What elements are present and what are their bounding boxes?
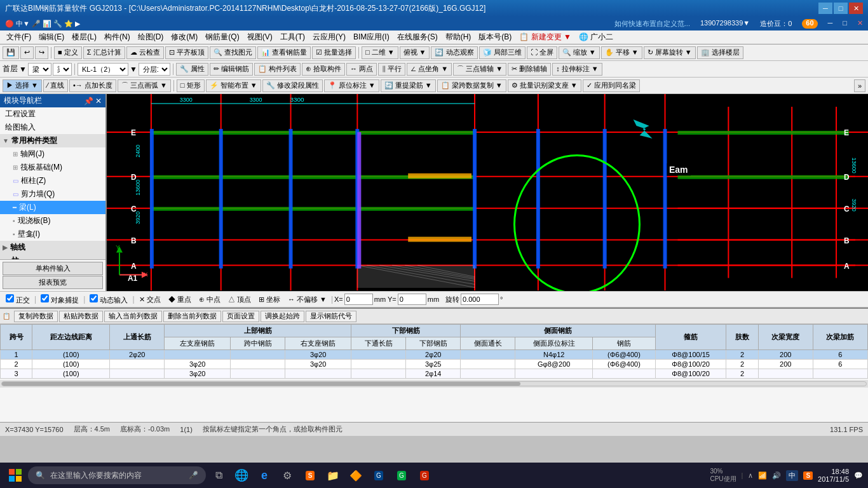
nav-niche[interactable]: ▪ 壁龛(I): [0, 227, 105, 241]
snap-dynamic-check[interactable]: [90, 294, 98, 302]
snap-no-offset[interactable]: ↔ 不偏移 ▼: [285, 294, 330, 306]
snap-midpoint[interactable]: ◆ 重点: [165, 294, 194, 306]
menu-floor[interactable]: 楼层(L): [68, 30, 100, 44]
menu-cloud[interactable]: 云应用(Y): [309, 30, 349, 44]
btn-three-point[interactable]: ⌒ 三点辅轴 ▼: [453, 63, 506, 76]
btn-pick-member[interactable]: ⊕ 拾取构件: [302, 63, 345, 76]
nav-cat-col[interactable]: ▼ 柱: [0, 254, 105, 259]
taskbar-app1[interactable]: G: [369, 465, 389, 485]
btn-property[interactable]: 🔧 属性: [176, 63, 208, 76]
menu-modify[interactable]: 修改(M): [167, 30, 201, 44]
btn-apply-same[interactable]: ✓ 应用到同名梁: [583, 79, 640, 92]
snap-orthogonal[interactable]: 正交: [3, 293, 33, 306]
tb-local-3d[interactable]: 🧊 局部三维: [479, 46, 526, 59]
btn-angle[interactable]: ∠ 点坐角 ▼: [407, 63, 452, 76]
menu-view[interactable]: 视图(V): [243, 30, 276, 44]
taskbar-search[interactable]: 🔍 在这里输入你要搜索的内容 🎤: [28, 466, 206, 484]
tb-cloud-check[interactable]: ☁ 云检查: [126, 46, 164, 59]
btn-del-axis[interactable]: ✂ 删除辅轴: [508, 63, 551, 76]
btn-report[interactable]: 报表预览: [3, 276, 103, 289]
rotate-input[interactable]: [461, 294, 499, 305]
menu-file[interactable]: 文件(F): [3, 30, 35, 44]
taskbar-browser[interactable]: 🌐: [231, 465, 252, 485]
snap-dynamic[interactable]: 动态输入: [86, 293, 131, 306]
tb-undo[interactable]: ↩: [20, 46, 34, 59]
btn-arc[interactable]: ⌒ 三点画弧 ▼: [118, 79, 171, 92]
btn-edit-rebar[interactable]: ✏ 编辑钢筋: [210, 63, 253, 76]
action-center[interactable]: 💬: [854, 471, 863, 480]
taskbar-ie2[interactable]: 🔶: [346, 465, 366, 485]
task-view-button[interactable]: ⧉: [208, 465, 229, 485]
y-input[interactable]: [398, 294, 426, 305]
nav-cast-slab[interactable]: ▪ 现浇板(B): [0, 214, 105, 227]
taskbar-time[interactable]: 18:48 2017/11/5: [818, 468, 849, 483]
tray-network[interactable]: 📶: [758, 471, 767, 480]
btn-single-input[interactable]: 单构件输入: [3, 262, 103, 275]
window-close2[interactable]: ✕: [857, 19, 863, 29]
kl-select[interactable]: KL-1（2）: [78, 63, 128, 76]
tb-top-view[interactable]: 俯视 ▼: [400, 46, 430, 59]
menu-tools[interactable]: 工具(T): [276, 30, 309, 44]
tb-select-floor[interactable]: 🏢 选择楼层: [697, 46, 743, 59]
panel-pin[interactable]: 📌 ✕: [84, 97, 102, 105]
snap-orthogonal-check[interactable]: [6, 294, 14, 302]
btn-two-point[interactable]: ↔ 两点: [346, 63, 377, 76]
btn-modify-seg[interactable]: 🔧 修改梁段属性: [262, 79, 323, 92]
mic-icon[interactable]: 🎤: [189, 471, 198, 480]
tb-fullscreen[interactable]: ⛶ 全屏: [527, 46, 557, 59]
menu-gxe[interactable]: 🌐 广小二: [575, 30, 617, 44]
snap-coord[interactable]: ⊞ 坐标: [255, 294, 283, 306]
member-label-select[interactable]: 梁: [53, 63, 72, 76]
tray-arrow[interactable]: ∧: [748, 471, 753, 480]
tb-define[interactable]: ■ 定义: [54, 46, 82, 59]
taskbar-files[interactable]: 📁: [323, 465, 343, 485]
btn-member-list[interactable]: 📋 构件列表: [254, 63, 301, 76]
member-type-select[interactable]: 梁: [28, 63, 51, 76]
tb-sum[interactable]: Σ 汇总计算: [83, 46, 125, 59]
btn-page-setup[interactable]: 页面设置: [222, 311, 259, 322]
btn-parallel[interactable]: ∥ 平行: [378, 63, 405, 76]
tb-dynamic[interactable]: 🔄 动态观察: [431, 46, 477, 59]
btn-more[interactable]: »: [854, 79, 865, 92]
menu-new-change[interactable]: 📋 新建变更 ▼: [515, 30, 575, 44]
btn-input-col-data[interactable]: 输入当前列数据: [104, 311, 162, 322]
btn-rect[interactable]: □ 矩形: [177, 79, 205, 92]
taskbar-app2[interactable]: G: [391, 465, 412, 485]
btn-orig-mark[interactable]: 📍 原位标注 ▼: [324, 79, 379, 92]
btn-del-col-data[interactable]: 删除当前列数据: [163, 311, 221, 322]
window-min2[interactable]: ─: [828, 19, 833, 29]
tb-level-slab[interactable]: ⊡ 平齐板顶: [165, 46, 208, 59]
btn-line[interactable]: ∕ 直线: [43, 79, 68, 92]
table-row[interactable]: 3 (100) 3φ20 2φ14 Φ8@100/20 2: [1, 369, 868, 379]
close-button[interactable]: ✕: [849, 3, 863, 14]
snap-intersection[interactable]: ✕ 交点: [136, 294, 164, 306]
btn-batch-id-seat[interactable]: ⚙ 批量识别梁支座 ▼: [508, 79, 581, 92]
snap-vertex[interactable]: △ 顶点: [225, 294, 254, 306]
tb-find-elem[interactable]: 🔍 查找图元: [210, 46, 256, 59]
tb-zoom[interactable]: 🔍 缩放 ▼: [559, 46, 600, 59]
menu-member[interactable]: 构件(N): [100, 30, 134, 44]
taskbar-ie[interactable]: e: [254, 465, 275, 485]
tb-batch-select[interactable]: ☑ 批量选择: [312, 46, 356, 59]
btn-copy-span-data[interactable]: 复制跨数据: [14, 311, 58, 322]
nav-raft-found[interactable]: ⊞ 筏板基础(M): [0, 161, 105, 174]
nav-beam[interactable]: ━ 梁(L): [0, 201, 105, 214]
maximize-button[interactable]: □: [834, 3, 848, 14]
window-restore[interactable]: □: [843, 19, 847, 29]
nav-frame-col[interactable]: ▭ 框柱(Z): [0, 174, 105, 187]
btn-show-rebar-code[interactable]: 显示钢筋代号: [306, 311, 356, 322]
tray-volume[interactable]: 🔊: [772, 471, 781, 480]
btn-swap-start[interactable]: 调换起始跨: [261, 311, 304, 322]
nav-axis-net[interactable]: ⊞ 轴网(J): [0, 147, 105, 161]
menu-bim[interactable]: BIM应用(I): [349, 30, 393, 44]
start-button[interactable]: [5, 465, 25, 485]
nav-cat-common[interactable]: ▼ 常用构件类型: [0, 134, 105, 147]
menu-rebar-qty[interactable]: 钢筋量(Q): [201, 30, 243, 44]
taskbar-app3[interactable]: G: [414, 465, 435, 485]
quick-setup-link[interactable]: 如何快速布置自定义范...: [614, 19, 690, 29]
snap-object-check[interactable]: [41, 294, 49, 302]
tray-glodon-icon[interactable]: S: [803, 471, 813, 480]
table-row[interactable]: 1 (100) 2φ20 3φ20 2φ20 N4φ12 (Φ6@400) Φ8…: [1, 350, 868, 360]
tb-rotate[interactable]: ↻ 屏幕旋转 ▼: [644, 46, 696, 59]
menu-help[interactable]: 帮助(H): [442, 30, 475, 44]
